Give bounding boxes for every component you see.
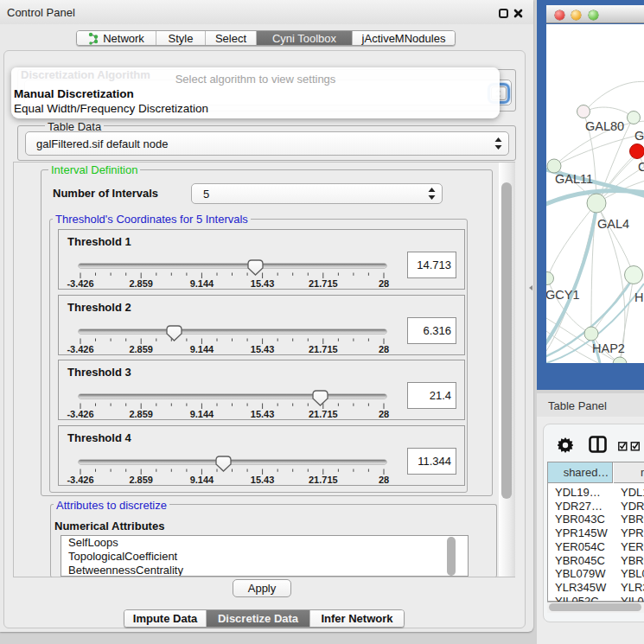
- svg-text:GA: GA: [634, 129, 644, 143]
- svg-text:GAL11: GAL11: [555, 172, 593, 186]
- svg-text:HAP2: HAP2: [592, 341, 625, 355]
- svg-text:H: H: [634, 290, 643, 304]
- svg-text:GCY1: GCY1: [546, 288, 580, 302]
- svg-text:C: C: [638, 160, 644, 174]
- svg-text:GAL80: GAL80: [585, 119, 624, 133]
- svg-text:GAL4: GAL4: [597, 217, 629, 231]
